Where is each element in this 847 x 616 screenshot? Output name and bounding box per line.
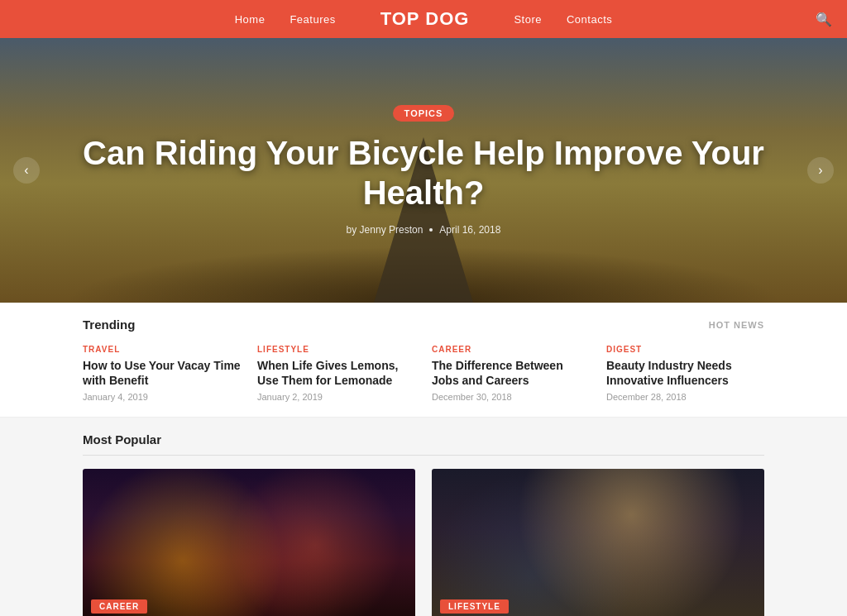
trending-category: CAREER [432, 345, 590, 354]
hero-next-button[interactable]: › [807, 157, 834, 184]
trending-title[interactable]: Beauty Industry Needs Innovative Influen… [606, 358, 764, 388]
city-scene [83, 469, 415, 616]
trending-date: January 2, 2019 [257, 392, 415, 402]
hero-author: by Jenny Preston [347, 224, 424, 236]
card-image-city[interactable]: CAREER [83, 469, 415, 616]
trending-date: January 4, 2019 [83, 392, 241, 402]
trending-title[interactable]: How to Use Your Vacay Time with Benefit [83, 358, 241, 388]
navbar: Home Features TOP DOG Store Contacts 🔍 [0, 0, 847, 38]
card-badge: CAREER [91, 599, 147, 614]
office-scene [432, 469, 764, 616]
hero-prev-button[interactable]: ‹ [13, 157, 40, 184]
nav-home[interactable]: Home [235, 13, 266, 26]
trending-grid: TRAVEL How to Use Your Vacay Time with B… [83, 345, 764, 402]
trending-section: Trending HOT NEWS TRAVEL How to Use Your… [0, 303, 847, 418]
table-row: LIFESTYLE Minding Your Own Business: Do … [432, 469, 764, 616]
hero-date: April 16, 2018 [439, 224, 500, 236]
list-item: CAREER The Difference Between Jobs and C… [432, 345, 590, 402]
trending-category: LIFESTYLE [257, 345, 415, 354]
nav-contacts[interactable]: Contacts [567, 13, 612, 26]
list-item: DIGEST Beauty Industry Needs Innovative … [606, 345, 764, 402]
hero-content: TOPICS Can Riding Your Bicycle Help Impr… [0, 105, 847, 236]
hero-banner: ‹ TOPICS Can Riding Your Bicycle Help Im… [0, 38, 847, 303]
hot-news-label: HOT NEWS [709, 320, 764, 330]
popular-label: Most Popular [83, 432, 764, 456]
card-image-office[interactable]: LIFESTYLE [432, 469, 764, 616]
popular-section: Most Popular CAREER On Our Way to Help Y… [0, 418, 847, 616]
hero-badge: TOPICS [393, 105, 455, 122]
list-item: LIFESTYLE When Life Gives Lemons, Use Th… [257, 345, 415, 402]
list-item: TRAVEL How to Use Your Vacay Time with B… [83, 345, 241, 402]
card-badge: LIFESTYLE [440, 599, 509, 614]
main-content: Trending HOT NEWS TRAVEL How to Use Your… [0, 303, 847, 616]
trending-header: Trending HOT NEWS [83, 318, 764, 332]
hero-meta: by Jenny Preston April 16, 2018 [50, 224, 797, 236]
site-logo[interactable]: TOP DOG [380, 8, 470, 30]
trending-title[interactable]: When Life Gives Lemons, Use Them for Lem… [257, 358, 415, 388]
trending-date: December 28, 2018 [606, 392, 764, 402]
search-icon[interactable]: 🔍 [816, 12, 832, 27]
trending-title[interactable]: The Difference Between Jobs and Careers [432, 358, 590, 388]
nav-features[interactable]: Features [290, 13, 335, 26]
trending-date: December 30, 2018 [432, 392, 590, 402]
nav-store[interactable]: Store [514, 13, 542, 26]
popular-grid: CAREER On Our Way to Help You Find the W… [83, 469, 764, 616]
trending-category: TRAVEL [83, 345, 241, 354]
nav-links: Home Features TOP DOG Store Contacts [235, 8, 613, 30]
hero-title: Can Riding Your Bicycle Help Improve You… [50, 133, 797, 212]
table-row: CAREER On Our Way to Help You Find the W… [83, 469, 415, 616]
trending-label: Trending [83, 318, 135, 332]
trending-category: DIGEST [606, 345, 764, 354]
meta-separator [429, 228, 433, 232]
